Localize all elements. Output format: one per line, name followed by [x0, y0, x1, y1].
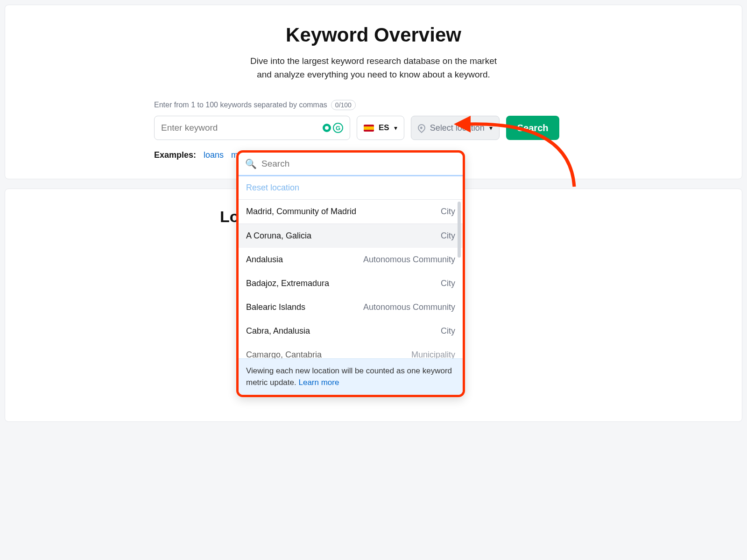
learn-more-link[interactable]: Learn more	[298, 378, 339, 387]
location-select[interactable]: Select location ▾	[411, 116, 500, 140]
input-label: Enter from 1 to 100 keywords separated b…	[154, 101, 327, 109]
bulb-icon[interactable]	[323, 124, 331, 132]
grammarly-icon[interactable]: G	[333, 123, 343, 133]
keyword-input[interactable]	[161, 123, 323, 133]
location-type: Autonomous Community	[363, 302, 455, 312]
input-icons: G	[323, 123, 343, 133]
search-icon: 🔍	[245, 158, 257, 169]
location-name: Cabra, Andalusia	[246, 326, 310, 336]
dropdown-item[interactable]: Cabra, Andalusia City	[239, 319, 463, 343]
dropdown-item[interactable]: Balearic Islands Autonomous Community	[239, 295, 463, 319]
database-code: ES	[379, 123, 389, 133]
location-type: City	[441, 326, 455, 336]
location-dropdown: 🔍 Reset location Madrid, Community of Ma…	[236, 150, 465, 397]
search-button[interactable]: Search	[506, 116, 560, 140]
scrollbar-thumb[interactable]	[458, 202, 461, 258]
location-name: Camargo, Cantabria	[246, 350, 322, 358]
input-label-row: Enter from 1 to 100 keywords separated b…	[154, 100, 593, 110]
dropdown-item[interactable]: Madrid, Community of Madrid City	[239, 200, 463, 224]
location-type: City	[441, 279, 455, 288]
location-type: City	[441, 207, 455, 217]
keyword-input-wrap[interactable]: G	[154, 116, 350, 140]
database-select[interactable]: ES ▾	[357, 116, 404, 140]
location-name: Badajoz, Extremadura	[246, 279, 329, 288]
location-name: Andalusia	[246, 255, 283, 265]
location-pin-icon	[416, 123, 427, 133]
dropdown-list[interactable]: Madrid, Community of Madrid City A Corun…	[239, 200, 463, 358]
dropdown-item[interactable]: Camargo, Cantabria Municipality	[239, 343, 463, 358]
page-title: Keyword Overview	[19, 24, 728, 46]
dropdown-notice: Viewing each new location will be counte…	[239, 358, 463, 395]
location-type: Municipality	[411, 350, 455, 358]
location-name: A Coruna, Galicia	[246, 231, 311, 241]
example-link-loans[interactable]: loans	[204, 150, 224, 160]
location-name: Madrid, Community of Madrid	[246, 207, 356, 217]
examples-label: Examples:	[154, 150, 196, 160]
dropdown-item[interactable]: A Coruna, Galicia City	[239, 224, 463, 248]
location-name: Balearic Islands	[246, 302, 305, 312]
chevron-down-icon: ▾	[394, 124, 397, 132]
location-type: City	[441, 231, 455, 241]
dropdown-search-row: 🔍	[239, 153, 463, 175]
dropdown-item[interactable]: Badajoz, Extremadura City	[239, 272, 463, 295]
keyword-counter: 0/100	[331, 100, 356, 110]
location-placeholder: Select location	[430, 123, 485, 133]
dropdown-reset[interactable]: Reset location	[239, 176, 463, 200]
page-subtitle: Dive into the largest keyword research d…	[19, 55, 728, 81]
dropdown-search-input[interactable]	[261, 159, 456, 169]
input-row: G ES ▾ Select location ▾ Search	[154, 116, 593, 140]
chevron-down-icon: ▾	[489, 124, 493, 132]
dropdown-item[interactable]: Andalusia Autonomous Community	[239, 248, 463, 272]
location-type: Autonomous Community	[363, 255, 455, 265]
flag-es-icon	[364, 125, 374, 132]
notice-text: Viewing each new location will be counte…	[246, 366, 452, 387]
